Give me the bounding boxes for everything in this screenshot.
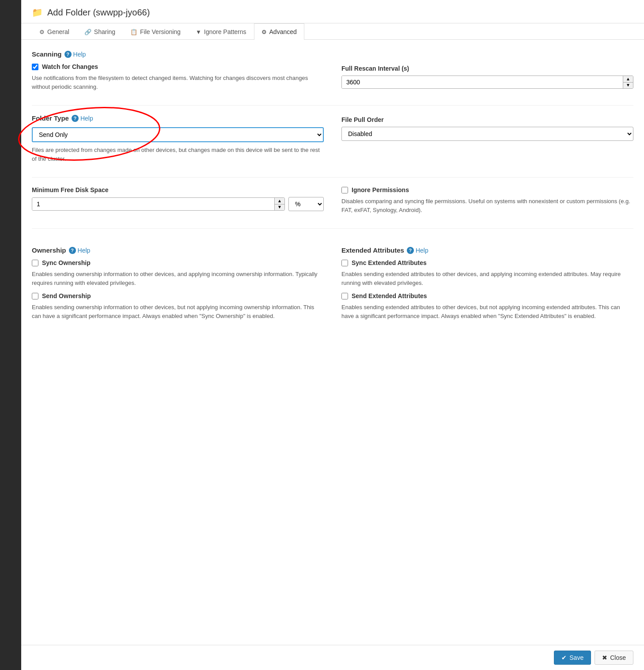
full-rescan-decrement[interactable]: ▼ bbox=[623, 82, 633, 89]
send-extended-checkbox[interactable] bbox=[341, 293, 348, 299]
tab-bar: ⚙ General 🔗 Sharing 📋 File Versioning ▼ … bbox=[21, 23, 644, 40]
tab-advanced-label: Advanced bbox=[269, 28, 297, 35]
tab-ignore-patterns[interactable]: ▼ Ignore Patterns bbox=[188, 23, 254, 40]
ignore-permissions-row: Ignore Permissions bbox=[341, 186, 633, 193]
sync-ownership-checkbox[interactable] bbox=[32, 260, 38, 266]
folder-type-help-link[interactable]: ? Help bbox=[72, 115, 93, 122]
ignore-permissions-checkbox[interactable] bbox=[341, 187, 348, 193]
sync-extended-label: Sync Extended Attributes bbox=[352, 259, 427, 266]
tab-ignore-patterns-label: Ignore Patterns bbox=[204, 28, 246, 35]
sync-ownership-description: Enables sending ownership information to… bbox=[32, 270, 324, 287]
scanning-help-link[interactable]: ? Help bbox=[64, 51, 86, 58]
watch-for-changes-checkbox[interactable] bbox=[32, 64, 38, 70]
sync-extended-checkbox[interactable] bbox=[341, 260, 348, 266]
ownership-help-link[interactable]: ? Help bbox=[69, 247, 91, 254]
file-pull-order-label: File Pull Order bbox=[341, 116, 633, 123]
tab-file-versioning-label: File Versioning bbox=[140, 28, 181, 35]
folder-type-description: Files are protected from changes made on… bbox=[32, 146, 324, 163]
save-button[interactable]: ✔ Save bbox=[554, 651, 591, 665]
ownership-section: Ownership ? Help Sync Ownership Enables … bbox=[32, 246, 324, 326]
disk-space-row: ▲ ▼ % kB MB GB bbox=[32, 197, 324, 211]
tab-general[interactable]: ⚙ General bbox=[32, 23, 77, 40]
send-ownership-row: Send Ownership bbox=[32, 292, 324, 299]
sync-ownership-row: Sync Ownership bbox=[32, 259, 324, 266]
close-x-icon: ✖ bbox=[602, 654, 607, 661]
folder-type-help-icon: ? bbox=[72, 115, 79, 122]
send-extended-description: Enables sending extended attributes to o… bbox=[341, 303, 633, 320]
scanning-title: Scanning ? Help bbox=[32, 50, 633, 58]
tab-sharing[interactable]: 🔗 Sharing bbox=[77, 23, 123, 40]
min-disk-space-label: Minimum Free Disk Space bbox=[32, 186, 324, 193]
folder-icon: 📁 bbox=[32, 7, 43, 18]
min-disk-spinner: ▲ ▼ bbox=[274, 198, 284, 210]
sync-extended-description: Enables sending extended attributes to o… bbox=[341, 270, 633, 287]
watch-for-changes-description: Use notifications from the filesystem to… bbox=[32, 74, 324, 91]
extended-attributes-help-link[interactable]: ? Help bbox=[407, 247, 428, 254]
min-disk-decrement[interactable]: ▼ bbox=[275, 204, 284, 211]
footer-bar: ✔ Save ✖ Close bbox=[21, 645, 644, 670]
sync-extended-row: Sync Extended Attributes bbox=[341, 259, 633, 266]
page-header: 📁 Add Folder (swwpp-jyo66) bbox=[21, 0, 644, 23]
advanced-icon: ⚙ bbox=[261, 29, 267, 35]
sharing-icon: 🔗 bbox=[84, 29, 91, 35]
full-rescan-label: Full Rescan Interval (s) bbox=[341, 65, 633, 72]
send-extended-label: Send Extended Attributes bbox=[352, 292, 427, 299]
ownership-title: Ownership ? Help bbox=[32, 246, 324, 254]
versioning-icon: 📋 bbox=[130, 29, 137, 35]
send-extended-row: Send Extended Attributes bbox=[341, 292, 633, 299]
extended-attr-help-icon: ? bbox=[407, 247, 414, 254]
folder-type-title: Folder Type ? Help bbox=[32, 114, 324, 122]
sync-ownership-label: Sync Ownership bbox=[42, 259, 91, 266]
general-icon: ⚙ bbox=[39, 29, 45, 35]
send-ownership-label: Send Ownership bbox=[42, 292, 91, 299]
ignore-permissions-description: Disables comparing and syncing file perm… bbox=[341, 197, 633, 214]
save-check-icon: ✔ bbox=[561, 654, 567, 661]
ignore-permissions-label: Ignore Permissions bbox=[352, 186, 409, 193]
sidebar bbox=[0, 0, 21, 670]
full-rescan-input-wrapper: ▲ ▼ bbox=[341, 76, 633, 89]
page-title: Add Folder (swwpp-jyo66) bbox=[47, 8, 150, 18]
full-rescan-increment[interactable]: ▲ bbox=[623, 76, 633, 82]
filter-icon: ▼ bbox=[196, 29, 201, 35]
min-disk-input-wrapper: ▲ ▼ bbox=[32, 197, 285, 211]
extended-attributes-section: Extended Attributes ? Help Sync Extended… bbox=[341, 246, 633, 326]
min-disk-input[interactable] bbox=[32, 198, 274, 210]
full-rescan-input[interactable] bbox=[342, 76, 623, 88]
min-disk-increment[interactable]: ▲ bbox=[275, 198, 284, 204]
file-pull-order-select[interactable]: Disabled Random Alphabetic Smallest Firs… bbox=[341, 127, 633, 141]
send-ownership-checkbox[interactable] bbox=[32, 293, 38, 299]
min-disk-unit-select[interactable]: % kB MB GB bbox=[288, 197, 324, 211]
watch-for-changes-label: Watch for Changes bbox=[42, 63, 98, 70]
scanning-help-icon: ? bbox=[64, 51, 72, 58]
extended-attributes-title: Extended Attributes ? Help bbox=[341, 246, 633, 254]
ownership-help-icon: ? bbox=[69, 247, 76, 254]
full-rescan-spinner: ▲ ▼ bbox=[623, 76, 633, 88]
folder-type-section: Send & Receive Send Only Receive Only Re… bbox=[32, 127, 324, 163]
close-button[interactable]: ✖ Close bbox=[595, 651, 633, 665]
tab-file-versioning[interactable]: 📋 File Versioning bbox=[123, 23, 188, 40]
send-ownership-description: Enables sending ownership information to… bbox=[32, 303, 324, 320]
folder-type-select[interactable]: Send & Receive Send Only Receive Only Re… bbox=[32, 127, 324, 142]
watch-for-changes-row: Watch for Changes bbox=[32, 63, 324, 70]
tab-advanced[interactable]: ⚙ Advanced bbox=[254, 23, 304, 40]
scanning-section: Scanning ? Help Watch for Changes Use no… bbox=[32, 50, 633, 96]
tab-general-label: General bbox=[47, 28, 69, 35]
tab-sharing-label: Sharing bbox=[94, 28, 115, 35]
